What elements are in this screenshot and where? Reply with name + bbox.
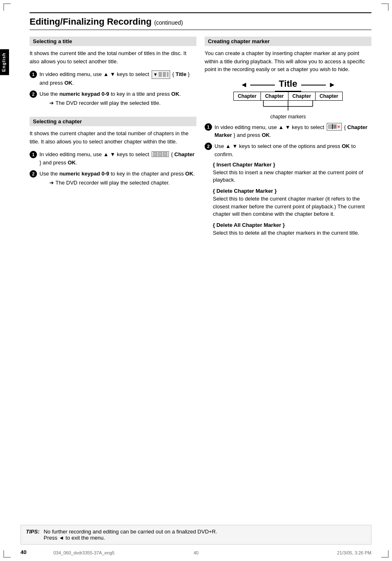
chapter-step-2-arrow-text: The DVD recorder will play the selected … xyxy=(55,179,170,187)
chapter-cell-2: Chapter xyxy=(261,92,288,101)
title-step-1-num: 1 xyxy=(30,71,37,78)
title-step-2-content: Use the numeric keypad 0-9 to key in a t… xyxy=(39,90,196,107)
create-marker-step-2-num: 2 xyxy=(205,143,212,150)
footer-date: 21/3/05, 3:26 PM xyxy=(337,550,371,555)
delete-chapter-marker-desc: Select this to delete the current chapte… xyxy=(213,195,371,218)
create-marker-step-1: 1 In video editing menu, use ▲ ▼ keys to… xyxy=(205,123,371,139)
insert-chapter-marker-title: { Insert Chapter Marker } xyxy=(213,162,371,168)
chapter-step-2-content: Use the numeric keypad 0-9 to key in the… xyxy=(39,170,196,187)
insert-chapter-marker-item: { Insert Chapter Marker } Select this to… xyxy=(213,162,371,184)
title-chapter-diagram: ◄ Title ► Chapter Chapter Chapter Chapte… xyxy=(205,78,371,120)
title-step-1-content: In video editing menu, use ▲ ▼ keys to s… xyxy=(39,70,196,87)
chapter-cell-1: Chapter xyxy=(233,92,261,101)
chapter-cell-4: Chapter xyxy=(315,92,343,101)
title-step-2-arrow-text: The DVD recorder will play the selected … xyxy=(55,99,161,107)
page-title: Editing/Finalizing Recording (continued) xyxy=(30,16,371,27)
page-title-continued: (continued) xyxy=(154,19,183,26)
chapter-step-2: 2 Use the numeric keypad 0-9 to key in t… xyxy=(30,170,196,187)
chapter-step-1: 1 In video editing menu, use ▲ ▼ keys to… xyxy=(30,150,196,166)
corner-mark-bl xyxy=(3,550,11,558)
tips-content: No further recording and editing can be … xyxy=(44,529,366,541)
chapter-marker-header: Creating chapter marker xyxy=(205,37,371,46)
chapter-step-2-arrow: ➔ The DVD recorder will play the selecte… xyxy=(49,179,196,187)
arrow-icon: ➔ xyxy=(49,99,54,107)
create-marker-step-2: 2 Use ▲ ▼ keys to select one of the opti… xyxy=(205,142,371,158)
title-icon: ▼ xyxy=(152,70,170,79)
left-column: Selecting a title It shows the current t… xyxy=(30,37,196,241)
tips-line-1: No further recording and editing can be … xyxy=(44,529,366,535)
page-wrapper: English Editing/Finalizing Recording (co… xyxy=(0,0,392,561)
diagram-chapters: Chapter Chapter Chapter Chapter xyxy=(205,92,371,101)
title-step-2-arrow: ➔ The DVD recorder will play the selecte… xyxy=(49,99,196,107)
two-column-layout: Selecting a title It shows the current t… xyxy=(30,37,371,241)
chapter-step-1-num: 1 xyxy=(30,151,37,158)
selecting-title-header: Selecting a title xyxy=(30,37,196,46)
corner-mark-br xyxy=(381,550,389,558)
page-number: 40 xyxy=(21,549,26,555)
arrow-icon-2: ➔ xyxy=(49,179,54,187)
tips-label: TIPS: xyxy=(26,529,39,541)
chapter-markers-label: chapter markers xyxy=(205,114,371,120)
delete-all-chapter-marker-title: { Delete All Chapter Marker } xyxy=(213,222,371,228)
corner-mark-tr xyxy=(381,3,389,11)
create-marker-step-2-content: Use ▲ ▼ keys to select one of the option… xyxy=(214,142,371,158)
page-title-section: Editing/Finalizing Recording (continued) xyxy=(30,12,371,30)
footer-file: 034_060_dvdr3355-37A_eng5 xyxy=(53,550,115,555)
title-step-2: 2 Use the numeric keypad 0-9 to key in a… xyxy=(30,90,196,107)
diagram-arrow-left-icon: ◄ xyxy=(240,81,248,89)
selecting-title-desc: It shows the current title and the total… xyxy=(30,49,196,65)
footer-page-center: 40 xyxy=(194,550,198,555)
delete-all-chapter-marker-desc: Select this to delete all the chapter ma… xyxy=(213,229,371,237)
chapter-marker-icon: ✕ xyxy=(327,123,342,131)
tips-line-2: Press ◄ to exit the menu. xyxy=(44,535,366,541)
delete-all-chapter-marker-item: { Delete All Chapter Marker } Select thi… xyxy=(213,222,371,237)
chapter-marker-desc: You can create a chapter by inserting ch… xyxy=(205,49,371,74)
chapter-markers-bracket xyxy=(205,101,371,112)
diagram-arrow-right-icon: ► xyxy=(328,81,336,89)
chapter-icon xyxy=(152,151,169,157)
chapter-step-1-content: In video editing menu, use ▲ ▼ keys to s… xyxy=(39,150,196,166)
chapter-cell-3: Chapter xyxy=(288,92,315,101)
selecting-chapter-desc: It shows the current chapter and the tot… xyxy=(30,129,196,145)
create-marker-step-1-content: In video editing menu, use ▲ ▼ keys to s… xyxy=(214,123,371,139)
markers-svg xyxy=(247,101,329,112)
create-marker-step-1-num: 1 xyxy=(205,123,212,131)
selecting-chapter-header: Selecting a chapter xyxy=(30,117,196,126)
tips-section: TIPS: No further recording and editing c… xyxy=(21,525,371,545)
delete-chapter-marker-title: { Delete Chapter Marker } xyxy=(213,188,371,194)
right-column: Creating chapter marker You can create a… xyxy=(205,37,371,241)
title-step-2-num: 2 xyxy=(30,90,37,98)
diagram-title-text: Title xyxy=(275,78,302,92)
sidebar-label: English xyxy=(0,49,9,75)
chapter-step-2-num: 2 xyxy=(30,170,37,178)
corner-mark-tl xyxy=(3,3,11,11)
title-step-1: 1 In video editing menu, use ▲ ▼ keys to… xyxy=(30,70,196,87)
diagram-title-row: ◄ Title ► xyxy=(205,78,371,92)
insert-chapter-marker-desc: Select this to insert a new chapter mark… xyxy=(213,169,371,184)
delete-chapter-marker-item: { Delete Chapter Marker } Select this to… xyxy=(213,188,371,218)
tips-row: TIPS: No further recording and editing c… xyxy=(26,529,366,541)
